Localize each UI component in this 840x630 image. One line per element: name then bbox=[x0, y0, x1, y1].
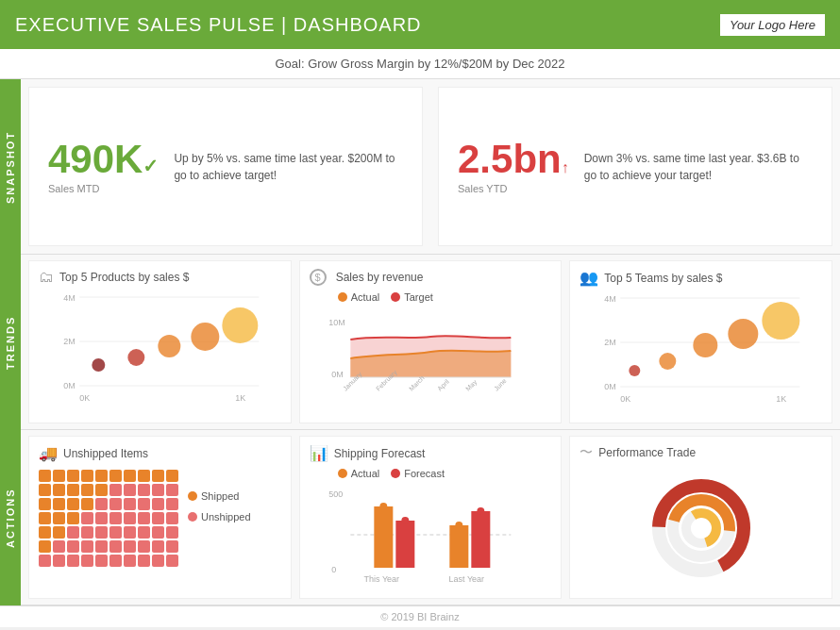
logo: Your Logo Here bbox=[720, 14, 825, 36]
actions-content: 🚚 Unshipped Items bbox=[21, 430, 840, 605]
trend-teams-title: Top 5 Teams by sales $ bbox=[604, 272, 722, 285]
svg-point-10 bbox=[158, 335, 180, 357]
actions-label: ACTIONS bbox=[0, 430, 21, 605]
svg-text:June: June bbox=[493, 377, 508, 392]
teams-icon: 👥 bbox=[580, 269, 598, 287]
trend-teams-chart: 4M 2M 0M 0K 1K bbox=[580, 290, 822, 415]
goal-text: Goal: Grow Gross Margin by 12%/$20M by D… bbox=[275, 57, 564, 71]
forecast-legend: Actual Forecast bbox=[338, 466, 552, 481]
svg-point-46 bbox=[455, 522, 462, 529]
trend-revenue-chart: 10M 0M January Februa bbox=[310, 307, 552, 415]
forecast-title-row: 📊 Shipping Forecast bbox=[310, 444, 552, 462]
svg-text:0M: 0M bbox=[63, 381, 76, 390]
svg-point-33 bbox=[729, 319, 759, 349]
legend-actual: Actual bbox=[338, 291, 380, 303]
header-title: EXECUTIVE SALES PULSE | DASHBOARD bbox=[15, 14, 422, 36]
legend-forecast-forecast: Forecast bbox=[391, 468, 445, 479]
snapshot-mtd-desc: Up by 5% vs. same time last year. $200M … bbox=[174, 150, 403, 184]
actions-row: ACTIONS 🚚 Unshipped Items bbox=[0, 430, 840, 605]
snapshot-content: 490K✓ Sales MTD Up by 5% vs. same time l… bbox=[21, 79, 840, 255]
svg-point-30 bbox=[630, 365, 641, 376]
main-content: SNAPSHOT 490K✓ Sales MTD Up by 5% vs. sa… bbox=[0, 79, 840, 605]
trend-revenue-title: Sales by revenue bbox=[336, 271, 424, 284]
trend-teams-title-row: 👥 Top 5 Teams by sales $ bbox=[580, 269, 822, 287]
snapshot-label: SNAPSHOT bbox=[0, 79, 21, 255]
svg-text:2M: 2M bbox=[605, 338, 617, 347]
snapshot-ytd-desc: Down 3% vs. same time last year. $3.6B t… bbox=[584, 150, 813, 184]
forecast-title: Shipping Forecast bbox=[334, 447, 426, 460]
svg-rect-41 bbox=[471, 511, 490, 568]
snapshot-mtd-info: 490K✓ Sales MTD bbox=[48, 140, 159, 194]
svg-text:500: 500 bbox=[328, 489, 343, 499]
header: EXECUTIVE SALES PULSE | DASHBOARD Your L… bbox=[0, 0, 840, 49]
snapshot-ytd-value: 2.5bn↑ bbox=[458, 140, 569, 179]
unshipped-title: Unshipped Items bbox=[63, 447, 148, 460]
trend-products-card: 🗂 Top 5 Products by sales $ 4M 2M 0M 0K … bbox=[28, 260, 292, 423]
svg-rect-39 bbox=[395, 521, 414, 568]
revenue-legend: Actual Target bbox=[338, 290, 552, 305]
footer-text: © 2019 BI Brainz bbox=[380, 611, 459, 622]
svg-text:April: April bbox=[436, 378, 451, 393]
svg-point-31 bbox=[660, 353, 677, 370]
title-sub: DASHBOARD bbox=[294, 14, 422, 35]
snapshot-mtd-label: Sales MTD bbox=[48, 183, 159, 194]
action-performance-card: 〜 Performance Trade bbox=[569, 436, 832, 599]
svg-rect-38 bbox=[374, 506, 393, 568]
trends-content: 🗂 Top 5 Products by sales $ 4M 2M 0M 0K … bbox=[21, 255, 840, 430]
goal-bar: Goal: Grow Gross Margin by 12%/$20M by D… bbox=[0, 49, 840, 79]
svg-text:0K: 0K bbox=[79, 393, 90, 403]
svg-text:This Year: This Year bbox=[363, 574, 399, 584]
svg-point-11 bbox=[191, 323, 219, 351]
revenue-icon: $ bbox=[310, 269, 327, 286]
svg-text:0M: 0M bbox=[331, 370, 344, 379]
trends-label: TRENDS bbox=[0, 255, 21, 430]
trend-revenue-card: $ Sales by revenue Actual Target bbox=[299, 260, 563, 423]
forecast-icon: 📊 bbox=[310, 444, 328, 462]
snapshot-ytd-label: Sales YTD bbox=[458, 183, 569, 194]
svg-point-44 bbox=[379, 503, 387, 510]
snapshot-mtd-value: 490K✓ bbox=[48, 140, 159, 179]
action-unshipped-card: 🚚 Unshipped Items bbox=[28, 436, 292, 599]
performance-icon: 〜 bbox=[580, 444, 593, 461]
products-icon: 🗂 bbox=[39, 269, 54, 286]
waffle-chart bbox=[39, 470, 178, 567]
svg-text:4M: 4M bbox=[63, 293, 76, 303]
svg-text:May: May bbox=[464, 378, 479, 392]
svg-point-47 bbox=[477, 507, 484, 515]
svg-text:2M: 2M bbox=[63, 337, 76, 346]
svg-text:0M: 0M bbox=[605, 382, 617, 391]
legend-target: Target bbox=[391, 291, 433, 303]
trend-teams-card: 👥 Top 5 Teams by sales $ 4M 2M 0M 0K 1K bbox=[569, 260, 832, 423]
svg-point-12 bbox=[222, 307, 258, 343]
svg-point-9 bbox=[127, 349, 144, 366]
unshipped-content: Shipped Unshipped bbox=[39, 466, 281, 590]
action-forecast-card: 📊 Shipping Forecast Actual Forecast bbox=[299, 436, 563, 599]
trend-products-title: Top 5 Products by sales $ bbox=[59, 271, 189, 284]
trends-row: TRENDS 🗂 Top 5 Products by sales $ 4M 2M… bbox=[0, 255, 840, 430]
svg-point-32 bbox=[694, 333, 718, 357]
svg-point-34 bbox=[763, 302, 800, 340]
snapshot-ytd-card: 2.5bn↑ Sales YTD Down 3% vs. same time l… bbox=[438, 87, 832, 246]
performance-title-row: 〜 Performance Trade bbox=[580, 444, 822, 461]
svg-text:1K: 1K bbox=[777, 394, 787, 404]
svg-text:4M: 4M bbox=[605, 294, 617, 304]
snapshot-mtd-card: 490K✓ Sales MTD Up by 5% vs. same time l… bbox=[28, 87, 423, 246]
snapshot-row: SNAPSHOT 490K✓ Sales MTD Up by 5% vs. sa… bbox=[0, 79, 840, 255]
svg-text:0K: 0K bbox=[621, 394, 631, 404]
legend-shipped: Shipped bbox=[188, 490, 251, 502]
title-sep: | bbox=[276, 14, 294, 35]
unshipped-legend: Shipped Unshipped bbox=[188, 489, 251, 524]
footer: © 2019 BI Brainz bbox=[0, 605, 840, 627]
trend-products-chart: 4M 2M 0M 0K 1K bbox=[39, 290, 281, 415]
forecast-chart: 500 0 This Year Last Year bbox=[310, 483, 552, 590]
trend-products-title-row: 🗂 Top 5 Products by sales $ bbox=[39, 269, 281, 286]
legend-unshipped: Unshipped bbox=[188, 511, 251, 522]
performance-chart bbox=[580, 465, 822, 590]
svg-text:0: 0 bbox=[331, 565, 336, 574]
performance-title: Performance Trade bbox=[598, 446, 696, 459]
title-main: EXECUTIVE SALES PULSE bbox=[15, 14, 276, 35]
svg-rect-40 bbox=[449, 525, 468, 568]
trend-revenue-title-row: $ Sales by revenue bbox=[310, 269, 552, 286]
svg-text:1K: 1K bbox=[235, 393, 245, 403]
unshipped-icon: 🚚 bbox=[39, 444, 58, 462]
